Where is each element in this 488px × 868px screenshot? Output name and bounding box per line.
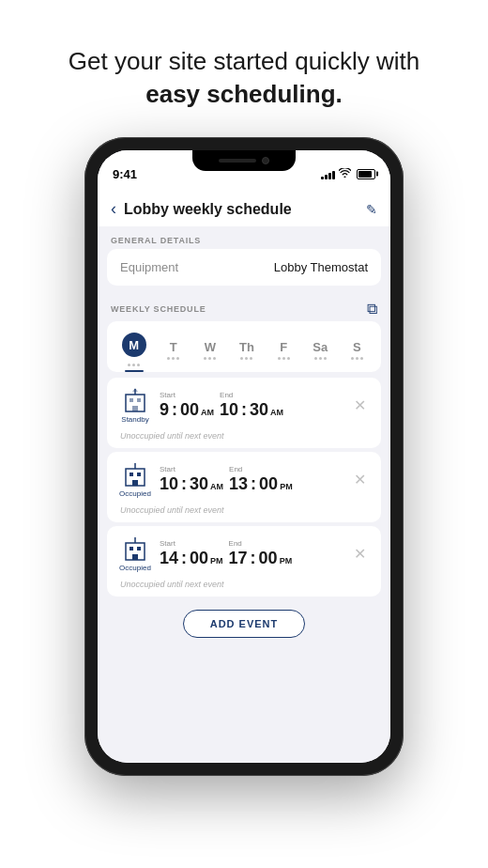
phone-notch [192, 150, 296, 171]
general-details-label: GENERAL DETAILS [98, 226, 390, 249]
event-card-2: Occupied Start 10 : 30 AM [107, 452, 381, 522]
svg-rect-8 [137, 473, 141, 476]
event-end-block-1: End 10 : 30 AM [220, 391, 283, 420]
end-label-2: End [229, 465, 293, 473]
day-tab-saturday-letter: Sa [313, 340, 328, 354]
phone-screen: 9:41 [98, 150, 390, 763]
day-tab-wednesday-dots [204, 357, 216, 360]
event-subtext-3: Unoccupied until next event [107, 580, 381, 597]
day-tab-monday-dots [128, 364, 140, 366]
start-min-2: 30 [190, 474, 208, 494]
day-tab-sunday-letter: S [353, 340, 361, 354]
end-ampm-3: PM [280, 556, 293, 566]
svg-rect-14 [132, 554, 138, 560]
weekly-schedule-header: WEEKLY SCHEDULE ⧉ [98, 293, 390, 321]
day-tab-thursday-dots [240, 357, 252, 360]
event-subtext-1: Unoccupied until next event [107, 431, 381, 448]
copy-schedule-icon[interactable]: ⧉ [367, 301, 377, 318]
event-icon-wrap-2: Occupied [118, 461, 152, 498]
start-min-1: 00 [180, 400, 199, 420]
event-icon-label-3: Occupied [119, 564, 151, 572]
notch-speaker [219, 159, 256, 163]
day-tab-wednesday[interactable]: W [195, 336, 225, 365]
event-times-1: Start 9 : 00 AM End [160, 391, 343, 420]
end-ampm-2: PM [280, 482, 293, 491]
event-times-3: Start 14 : 00 PM End [160, 539, 343, 568]
remove-event-1[interactable]: ✕ [350, 393, 370, 418]
svg-rect-3 [132, 406, 138, 411]
end-min-2: 00 [259, 474, 278, 494]
event-end-block-3: End 17 : 00 PM [229, 539, 293, 568]
occupied-building-icon-1 [121, 461, 149, 488]
edit-icon[interactable]: ✎ [366, 202, 377, 217]
start-label-3: Start [160, 539, 223, 548]
day-tab-tuesday-dots [167, 357, 179, 360]
event-times-2: Start 10 : 30 AM End [160, 465, 343, 494]
equipment-row: Equipment Lobby Themostat [107, 249, 381, 286]
back-button[interactable]: ‹ [111, 199, 116, 219]
day-tab-monday[interactable]: M [116, 329, 152, 372]
hero-section: Get your site started quickly with easy … [31, 0, 457, 137]
day-tab-saturday[interactable]: Sa [305, 336, 335, 365]
start-ampm-2: AM [210, 482, 223, 491]
end-ampm-1: AM [270, 408, 283, 417]
event-icon-label-1: Standby [121, 415, 148, 424]
event-card-1: Standby Start 9 : 00 AM [107, 378, 381, 448]
status-right-icons [321, 168, 375, 179]
svg-rect-9 [132, 480, 138, 486]
day-tab-saturday-dots [314, 357, 327, 360]
end-label-1: End [220, 391, 283, 399]
event-start-block-3: Start 14 : 00 PM [160, 539, 223, 568]
equipment-label: Equipment [120, 260, 274, 274]
app-content: ‹ Lobby weekly schedule ✎ GENERAL DETAIL… [98, 190, 390, 763]
battery-icon [357, 169, 375, 179]
event-subtext-2: Unoccupied until next event [107, 505, 381, 522]
end-hour-2: 13 [229, 474, 248, 494]
end-min-3: 00 [259, 549, 278, 568]
status-time: 9:41 [113, 167, 137, 181]
event-row-3: Occupied Start 14 : 00 PM [107, 526, 381, 580]
end-hour-3: 17 [229, 549, 248, 568]
page-title: Lobby weekly schedule [124, 201, 358, 218]
event-icon-label-2: Occupied [119, 489, 151, 498]
wifi-icon [339, 168, 351, 179]
day-tab-thursday[interactable]: Th [232, 336, 262, 365]
signal-icon [321, 169, 335, 179]
svg-rect-7 [130, 473, 133, 476]
start-min-3: 00 [190, 549, 208, 568]
remove-event-2[interactable]: ✕ [350, 467, 370, 492]
start-hour-1: 9 [160, 400, 169, 420]
day-tab-friday-dots [278, 357, 290, 360]
day-tab-sunday[interactable]: S [342, 336, 372, 365]
day-tab-sunday-dots [351, 357, 363, 360]
end-min-1: 30 [250, 400, 268, 420]
day-tab-monday-letter: M [129, 338, 139, 352]
remove-event-3[interactable]: ✕ [350, 541, 370, 566]
day-tab-friday[interactable]: F [268, 336, 298, 365]
notch-camera [262, 157, 269, 164]
event-end-block-2: End 13 : 00 PM [229, 465, 293, 494]
event-row-1: Standby Start 9 : 00 AM [107, 378, 381, 431]
add-event-wrap: ADD EVENT [107, 600, 381, 645]
svg-marker-5 [132, 388, 138, 392]
day-tab-tuesday[interactable]: T [159, 336, 189, 365]
start-ampm-1: AM [201, 408, 214, 417]
day-tab-tuesday-letter: T [170, 340, 177, 354]
hero-line1: Get your site started quickly with [69, 47, 419, 75]
svg-rect-13 [137, 547, 141, 550]
event-icon-wrap-3: Occupied [118, 535, 152, 572]
add-event-button[interactable]: ADD EVENT [183, 610, 306, 638]
start-ampm-3: PM [210, 556, 223, 566]
events-container: Standby Start 9 : 00 AM [98, 378, 390, 763]
occupied-building-icon-2 [121, 535, 149, 562]
day-tab-friday-letter: F [280, 340, 287, 354]
end-hour-1: 10 [220, 400, 238, 420]
weekly-schedule-label: WEEKLY SCHEDULE [111, 304, 206, 314]
event-start-block-1: Start 9 : 00 AM [160, 391, 214, 420]
day-tabs: M T W [107, 321, 381, 372]
event-start-block-2: Start 10 : 30 AM [160, 465, 223, 494]
start-hour-3: 14 [160, 549, 178, 568]
standby-building-icon [121, 387, 149, 413]
start-label-2: Start [160, 465, 223, 473]
event-icon-wrap-1: Standby [118, 387, 152, 424]
